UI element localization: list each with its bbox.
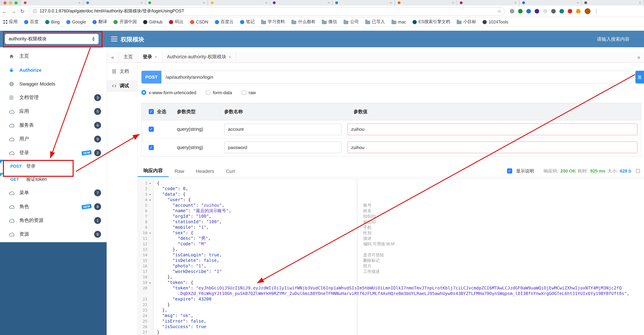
sidebar-item[interactable]: 文档管理3 [0, 91, 106, 104]
response-tab[interactable]: Curl [220, 165, 240, 177]
bookmark-item[interactable]: Google [66, 20, 86, 24]
bookmark-item[interactable]: mac [391, 20, 406, 24]
bookmark-item[interactable]: 百度云 [215, 19, 234, 25]
browser-tab[interactable]: × [457, 0, 519, 6]
sidebar-endpoint-get[interactable]: GET验证token [0, 173, 106, 186]
tab-close-icon[interactable]: × [154, 54, 157, 59]
param-value-input[interactable] [347, 123, 638, 135]
sidebar-item[interactable]: 菜单7 [0, 186, 106, 200]
response-editor[interactable]: 1▾{2 "code": 0,3▾ "data": {4▾ "user": {5… [138, 179, 644, 335]
browser-tab[interactable]: × [395, 0, 457, 6]
bookmark-item[interactable]: GitHub [143, 20, 163, 24]
sidebar-item[interactable]: Swagger Models [0, 77, 106, 91]
tab-close-icon[interactable]: × [452, 1, 454, 4]
url-text[interactable]: 127.0.0.1:8760/api/gate/doc.html#/author… [40, 8, 497, 14]
content-type-option[interactable]: x-www-form-urlencoded [142, 90, 196, 95]
content-tab[interactable]: Authorize-authority-权限模块× [162, 52, 236, 62]
tab-close-icon[interactable]: × [265, 1, 267, 4]
extension-icon[interactable] [535, 9, 539, 14]
sidebar-item[interactable]: 应用5 [0, 104, 106, 118]
bookmark-item[interactable]: 应用 [4, 19, 18, 25]
bookmark-item[interactable]: 公司 [344, 19, 359, 25]
bookmark-item[interactable]: 小目标 [457, 19, 476, 25]
fold-toggle-icon[interactable]: ▾ [147, 181, 153, 186]
param-name-input[interactable] [224, 142, 342, 153]
hamburger-icon[interactable] [111, 36, 117, 43]
docmenu-item-debug[interactable]: 调试 [107, 80, 137, 92]
docmenu-item-doc[interactable]: 文档 [107, 66, 137, 77]
bookmark-star-icon[interactable]: ☆ [497, 9, 501, 14]
request-url-input[interactable] [162, 71, 632, 84]
tabbar-collapse-icon[interactable]: « [107, 52, 119, 62]
extension-icon[interactable] [543, 9, 548, 14]
response-tab[interactable]: 响应内容 [138, 165, 169, 177]
bookmark-item[interactable]: 开源中国 [114, 19, 137, 25]
param-checkbox[interactable]: ✓ [149, 126, 154, 132]
extension-icon[interactable] [526, 9, 531, 14]
tab-close-icon[interactable]: × [141, 1, 143, 4]
sidebar-item[interactable]: Authorize [0, 63, 106, 77]
sidebar-item[interactable]: 服务表6 [0, 118, 106, 132]
sidebar-item[interactable]: 资源6 [0, 227, 106, 241]
extension-icon[interactable] [560, 9, 564, 14]
window-controls[interactable] [0, 0, 21, 6]
reload-icon[interactable]: ↻ [18, 8, 27, 14]
content-type-option[interactable]: form-data [206, 90, 232, 95]
bookmark-item[interactable]: ES搜索引擎文档 [413, 19, 450, 25]
bookmark-item[interactable]: 百度 [24, 19, 39, 25]
send-button[interactable]: 发 [636, 71, 644, 84]
bookmark-item[interactable]: 微信 [322, 19, 337, 25]
bookmark-item[interactable]: 翻译 [92, 19, 107, 25]
bookmark-item[interactable]: 码云 [169, 19, 184, 25]
extension-icon[interactable] [510, 9, 514, 14]
fold-toggle-icon[interactable]: ▾ [147, 192, 153, 197]
sidebar-endpoint-post[interactable]: POST登录 [0, 160, 106, 173]
sidebar-item[interactable]: 角色NEW8 [0, 200, 106, 214]
content-tab[interactable]: 登录× [138, 52, 162, 62]
bookmark-item[interactable]: 什么都有 [292, 19, 315, 25]
response-tab[interactable]: Raw [169, 165, 190, 177]
tab-close-icon[interactable]: × [577, 1, 579, 4]
fold-toggle-icon[interactable]: ▾ [147, 230, 153, 236]
browser-tab[interactable]: × [21, 0, 83, 6]
bookmark-item[interactable]: 1024Tools [483, 20, 508, 24]
sidebar-item[interactable]: 角色的资源1 [0, 214, 106, 227]
tab-close-icon[interactable]: × [78, 1, 80, 4]
tab-close-icon[interactable]: × [639, 1, 641, 4]
sidebar-item[interactable]: 登录NEW2 [0, 146, 106, 160]
extension-icon[interactable] [551, 9, 556, 14]
fold-toggle-icon[interactable]: ▾ [147, 280, 153, 286]
bookmark-item[interactable]: Bing [45, 20, 60, 24]
select-all-checkbox[interactable]: ✓ [149, 109, 154, 114]
extension-icon[interactable] [518, 9, 522, 14]
module-select[interactable]: authority-权限模块 [5, 34, 99, 44]
browser-tab[interactable]: × [520, 0, 582, 6]
browser-tab[interactable]: × [146, 0, 208, 6]
window-control-dot[interactable] [14, 1, 18, 4]
browser-menu-icon[interactable]: ⋮ [594, 9, 598, 14]
tabbar-more-icon[interactable]: » [634, 52, 644, 62]
param-name-input[interactable] [224, 123, 342, 135]
fold-toggle-icon[interactable]: ▾ [147, 197, 153, 203]
browser-tab[interactable]: × [332, 0, 395, 6]
bookmark-item[interactable]: 笔记 [240, 19, 254, 25]
extension-icon[interactable] [568, 9, 572, 14]
content-tab[interactable]: 主页 [119, 52, 138, 62]
bookmark-item[interactable]: 学习资料 [261, 19, 285, 25]
tab-close-icon[interactable]: × [203, 1, 205, 4]
show-desc-checkbox[interactable]: ✓ [507, 168, 512, 174]
param-value-input[interactable] [347, 142, 638, 153]
extension-icon[interactable] [576, 9, 580, 14]
window-control-dot[interactable] [9, 1, 12, 4]
tab-close-icon[interactable]: × [390, 1, 392, 4]
tab-close-icon[interactable]: × [328, 1, 330, 4]
profile-avatar[interactable] [585, 8, 590, 14]
site-info-icon[interactable]: ⓘ [33, 8, 37, 14]
tab-close-icon[interactable]: × [514, 1, 516, 4]
address-bar[interactable]: ⓘ 127.0.0.1:8760/api/gate/doc.html#/auth… [29, 7, 505, 15]
tab-close-icon[interactable]: × [229, 54, 231, 59]
bookmark-item[interactable]: CSDN [190, 20, 208, 24]
param-checkbox[interactable]: ✓ [149, 145, 154, 150]
window-control-dot[interactable] [4, 1, 6, 4]
back-icon[interactable]: ← [0, 8, 9, 14]
